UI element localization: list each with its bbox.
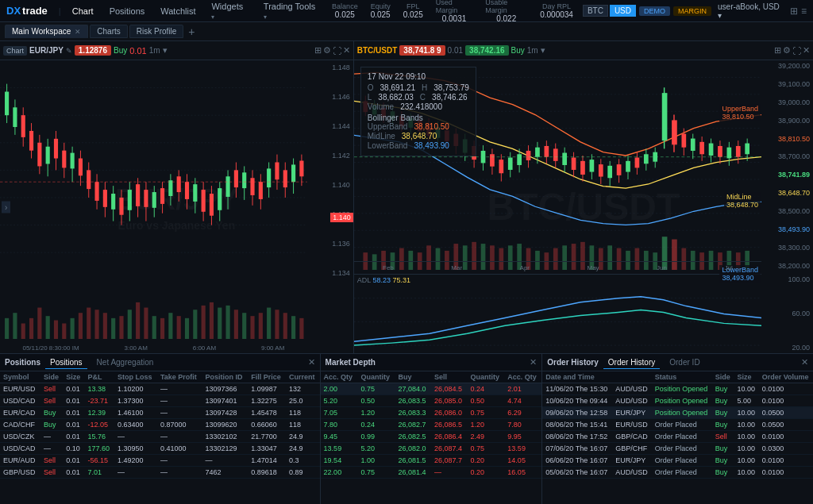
svg-rect-36 [119, 198, 123, 215]
svg-rect-22 [62, 151, 66, 168]
table-row[interactable]: 19.54 1.00 26,081.5 26,087.7 0.20 14.05 [321, 455, 542, 467]
positions-close-button[interactable]: ✕ [308, 357, 315, 367]
net-aggregation-tab[interactable]: Net Aggregation [92, 356, 159, 368]
svg-rect-116 [283, 313, 287, 339]
table-row[interactable]: 13.59 5.20 26,082.0 26,087.4 0.75 13.59 [321, 443, 542, 455]
btcusdt-timeframe[interactable]: 1m [527, 46, 538, 55]
svg-rect-115 [275, 310, 279, 339]
table-row[interactable]: CAD/CHF Buy 0.01 -12.05 0.63400 0.87000 … [0, 419, 320, 431]
table-row[interactable]: GBP/USD Sell 0.01 7.01 — — 7462 0.89618 … [0, 467, 320, 479]
svg-rect-199 [672, 120, 677, 144]
close-chart-icon[interactable]: ✕ [343, 45, 350, 56]
table-row[interactable]: EUR/USD Sell 0.01 13.38 1.10200 — 130973… [0, 383, 320, 395]
table-row[interactable]: 11/06/20 The 15:30 AUD/USD Position Open… [542, 383, 813, 395]
table-row[interactable]: 08/06/20 The 15:41 EUR/USD Order Placed … [542, 419, 813, 431]
market-depth-scroll[interactable]: Acc. Qty Quantity Buy Sell Quantity Acc.… [321, 371, 542, 504]
nav-chart[interactable]: Chart [66, 5, 100, 17]
eurjpy-timeframe[interactable]: 1m [149, 46, 160, 55]
eurjpy-chart-panel: Chart EUR/JPY ✎ 1.12876 Buy 0.01 1m ▾ ⊞ … [0, 41, 354, 353]
nav-watchlist[interactable]: Watchlist [154, 5, 202, 17]
table-row[interactable]: 05/06/20 The 16:07 AUD/USD Order Placed … [542, 467, 813, 479]
positions-table-scroll[interactable]: Symbol Side Size P&L Stop Loss Take Prof… [0, 371, 320, 504]
market-depth-close-button[interactable]: ✕ [530, 357, 537, 367]
currency-toggle[interactable]: BTC USD [583, 5, 636, 17]
order-history-tab[interactable]: Order History [603, 356, 660, 369]
positions-tab[interactable]: Positions [45, 356, 87, 369]
table-row[interactable]: 06/06/20 The 16:07 EUR/JPY Order Placed … [542, 455, 813, 467]
svg-rect-207 [708, 144, 713, 156]
svg-rect-14 [29, 131, 33, 151]
nav-positions[interactable]: Positions [103, 5, 152, 17]
table-row[interactable]: USD/CAD Sell 0.01 -23.71 1.37300 — 13097… [0, 395, 320, 407]
table-row[interactable]: 2.00 0.75 27,084.0 26,084.5 0.24 2.01 [321, 383, 542, 395]
tab-label: Main Workspace [12, 27, 71, 36]
table-row[interactable]: 08/06/20 The 17:52 GBP/CAD Order Placed … [542, 431, 813, 443]
table-row[interactable]: 09/06/20 The 12:58 EUR/JPY Position Open… [542, 407, 813, 419]
positions-table: Symbol Side Size P&L Stop Loss Take Prof… [0, 371, 320, 479]
table-row[interactable]: 7.05 1.20 26,083.3 26,086.0 0.75 6.29 [321, 407, 542, 419]
nav-trading-tools[interactable]: Trading Tools ▾ [257, 0, 326, 22]
oh-col-date: Date and Time [542, 371, 612, 383]
btcusdt-info-box: 17 Nov 22 09:10 O38,691.21 H38,753.79 L3… [360, 67, 476, 156]
user-info[interactable]: user-aBook, USD ▾ [718, 2, 784, 20]
svg-rect-89 [62, 323, 66, 339]
table-row[interactable]: EUR/AUD Sell 0.01 -56.15 1.49200 — — 1.4… [0, 455, 320, 467]
currency-usd[interactable]: USD [610, 5, 636, 17]
col-pnl: P&L [85, 371, 114, 383]
btc-close-icon[interactable]: ✕ [803, 45, 810, 56]
demo-badge: DEMO [639, 6, 670, 16]
btc-expand-icon[interactable]: ⛶ [792, 45, 801, 56]
btc-draw-icon[interactable]: ⊞ [774, 45, 781, 56]
svg-rect-191 [634, 158, 639, 168]
tab-close-icon[interactable]: ✕ [75, 28, 81, 36]
tab-risk-profile[interactable]: Risk Profile [129, 25, 184, 38]
table-row[interactable]: 7.80 0.24 26,082.7 26,086.5 1.20 7.80 [321, 419, 542, 431]
svg-rect-96 [119, 316, 123, 339]
svg-rect-112 [250, 316, 254, 339]
svg-rect-10 [13, 107, 17, 127]
grid-icon[interactable]: ⊞ [790, 6, 798, 17]
svg-rect-118 [299, 317, 303, 339]
table-row[interactable]: EUR/CAD Buy 0.01 12.39 1.46100 — 1309742… [0, 407, 320, 419]
expand-icon[interactable]: ⛶ [333, 45, 341, 56]
table-row[interactable]: USD/CAD — 0.10 177.60 1.30950 0.41000 13… [0, 443, 320, 455]
table-row[interactable]: 22.00 0.75 26,081.4 — 0.20 16.05 [321, 467, 542, 479]
table-row[interactable]: USD/CZK — 0.01 15.76 — — 13302102 21.770… [0, 431, 320, 443]
market-depth-header: Market Depth ✕ [321, 354, 542, 371]
chart-date: 17 Nov 22 09:10 [368, 72, 469, 81]
svg-rect-97 [128, 310, 132, 339]
table-row[interactable]: 10/06/20 The 09:44 AUD/USD Position Open… [542, 395, 813, 407]
btc-settings-icon[interactable]: ⚙ [783, 45, 791, 56]
btcusdt-time-axis: Feb Mar Apr May Jun Jul [354, 261, 761, 274]
add-tab-button[interactable]: + [185, 25, 198, 38]
prev-candle-button[interactable]: › [2, 201, 10, 213]
draw-icon[interactable]: ⊞ [314, 45, 322, 56]
order-history-scroll[interactable]: Date and Time Status Side Size Order Vol… [542, 371, 813, 504]
settings-icon[interactable]: ⚙ [323, 45, 331, 56]
table-row[interactable]: 5.20 0.50 26,083.5 26,085.0 0.50 4.74 [321, 395, 542, 407]
eurjpy-action[interactable]: Buy [114, 46, 127, 55]
menu-icon[interactable]: ≡ [801, 6, 807, 17]
order-id-tab[interactable]: Order ID [665, 356, 704, 368]
order-history-close-button[interactable]: ✕ [801, 357, 808, 367]
tab-charts[interactable]: Charts [90, 25, 127, 38]
adl-svg [354, 275, 761, 353]
market-depth-body: 2.00 0.75 27,084.0 26,084.5 0.24 2.01 5.… [321, 383, 542, 479]
table-row[interactable]: 07/06/20 The 16:07 GBP/CHF Order Placed … [542, 443, 813, 455]
svg-rect-60 [218, 188, 222, 210]
stat-balance: Balance 0.025 [332, 2, 358, 19]
bb-upper-label: UpperBand38,810.50 [719, 104, 761, 121]
btcusdt-action[interactable]: Buy [511, 46, 525, 55]
svg-rect-197 [662, 93, 668, 140]
svg-rect-114 [267, 307, 271, 339]
nav-widgets[interactable]: Widgets ▾ [205, 0, 253, 22]
tab-main-workspace[interactable]: Main Workspace ✕ [5, 25, 88, 38]
svg-rect-91 [79, 313, 83, 339]
eurjpy-chart-body: EUR/JPY Euro vs Japanese Yen [0, 60, 353, 353]
currency-btc[interactable]: BTC [583, 5, 608, 17]
table-row[interactable]: 9.45 0.99 26,082.5 26,086.4 2.49 9.95 [321, 431, 542, 443]
stat-fpl: FPL 0.025 [403, 2, 423, 19]
svg-rect-103 [177, 316, 181, 339]
tab-charts-label: Charts [97, 27, 120, 36]
svg-rect-38 [128, 190, 132, 210]
